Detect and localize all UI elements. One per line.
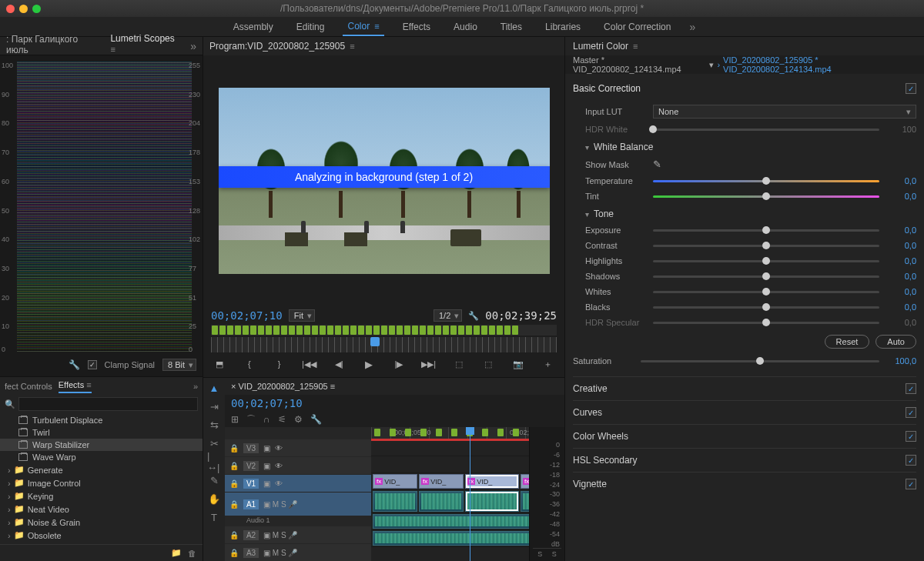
effect-controls-tab[interactable]: fect Controls xyxy=(5,382,52,391)
effect-folder[interactable]: ›📁Neat Video xyxy=(0,503,203,516)
section-enable-checkbox[interactable]: ✓ xyxy=(906,83,916,94)
lock-icon[interactable]: 🔒 xyxy=(229,444,239,452)
resolution-dropdown[interactable]: 1/2 xyxy=(434,309,462,322)
workspace-tab-effects[interactable]: Effects xyxy=(398,18,435,35)
go-to-out-icon[interactable]: ▶▶| xyxy=(420,357,437,371)
track-row-v3[interactable] xyxy=(371,439,529,456)
toggle-track-output-icon[interactable]: ▣ xyxy=(263,462,270,470)
whites-slider[interactable] xyxy=(653,291,879,293)
solo-icon[interactable]: S xyxy=(552,550,557,558)
time-ruler[interactable]: 00;02;05;00 00;02;10;00 xyxy=(371,427,529,439)
color-wheels-section[interactable]: Color Wheels✓ xyxy=(573,424,916,448)
program-ruler[interactable] xyxy=(211,337,557,352)
shadows-value[interactable]: 0,0 xyxy=(886,272,916,281)
minimize-icon[interactable] xyxy=(19,5,28,13)
workspace-tab-libraries[interactable]: Libraries xyxy=(541,18,585,35)
panel-overflow-icon[interactable]: » xyxy=(190,40,196,52)
playhead-thumb[interactable] xyxy=(370,337,380,346)
snap-icon[interactable]: ⊞ xyxy=(231,414,239,425)
linked-selection-icon[interactable]: ⌒ xyxy=(246,413,256,426)
add-marker-icon[interactable]: ⬒ xyxy=(211,357,228,371)
track-header-v1[interactable]: 🔒V1▣👁 xyxy=(225,475,371,492)
video-clip[interactable]: fxVID_ xyxy=(373,474,417,489)
video-clip[interactable]: fx xyxy=(521,474,529,489)
track-select-tool-icon[interactable]: ⇥ xyxy=(207,399,221,413)
temperature-slider[interactable] xyxy=(653,180,879,182)
track-row-a3[interactable] xyxy=(371,530,529,547)
marker-icon[interactable]: ∩ xyxy=(263,414,270,425)
highlights-value[interactable]: 0,0 xyxy=(886,256,916,265)
toggle-track-output-icon[interactable]: ▣ xyxy=(263,479,270,488)
audio-clip[interactable] xyxy=(419,491,464,512)
lift-icon[interactable]: ⬚ xyxy=(450,357,467,371)
sync-lock-icon[interactable]: ⚟ xyxy=(278,414,286,425)
tint-slider[interactable] xyxy=(653,195,879,198)
effect-item[interactable]: Wave Warp xyxy=(0,451,203,463)
track-header-a3[interactable]: 🔒A3▣ M S 🎤 xyxy=(225,544,371,561)
button-editor-icon[interactable]: ＋ xyxy=(540,357,557,371)
contrast-slider[interactable] xyxy=(653,245,879,247)
settings-icon[interactable]: ⚙ xyxy=(294,414,303,425)
track-header-a1[interactable]: 🔒A1▣ M S 🎤 xyxy=(225,493,371,516)
video-clip[interactable]: fxVID_ xyxy=(419,474,464,489)
ripple-edit-tool-icon[interactable]: ⇆ xyxy=(207,418,221,432)
exposure-slider[interactable] xyxy=(653,229,879,232)
markers-strip[interactable] xyxy=(211,325,557,336)
whites-value[interactable]: 0,0 xyxy=(886,287,916,296)
section-enable-checkbox[interactable]: ✓ xyxy=(906,383,916,394)
track-row-v1[interactable]: fxVID_ fxVID_ fxVID_ fx fx xyxy=(371,473,529,490)
effects-search-input[interactable] xyxy=(18,397,198,411)
type-tool-icon[interactable]: T xyxy=(207,510,221,524)
effect-item[interactable]: Turbulent Displace xyxy=(0,414,203,426)
sequence-clip-label[interactable]: VID_20200802_125905 * VID_20200802_12413… xyxy=(723,55,916,74)
tint-value[interactable]: 0,0 xyxy=(886,192,916,201)
eyedropper-icon[interactable]: ✎ xyxy=(653,159,661,170)
new-bin-icon[interactable]: 📁 xyxy=(171,548,182,558)
track-row-a1[interactable] xyxy=(371,490,529,513)
effect-item[interactable]: Twirl xyxy=(0,426,203,439)
audio-clip-selected[interactable] xyxy=(465,491,519,512)
mute-icon[interactable]: ▣ M S 🎤 xyxy=(263,549,297,557)
razor-tool-icon[interactable]: ✂ xyxy=(207,436,221,450)
effect-item-selected[interactable]: Warp Stabilizer xyxy=(0,439,203,451)
go-to-in-icon[interactable]: |◀◀ xyxy=(300,357,317,371)
blacks-value[interactable]: 0,0 xyxy=(886,302,916,312)
section-enable-checkbox[interactable]: ✓ xyxy=(906,431,916,442)
contrast-value[interactable]: 0,0 xyxy=(886,241,916,250)
workspace-tab-color[interactable]: Color ≡ xyxy=(343,18,383,36)
master-clip-label[interactable]: Master * VID_20200802_124134.mp4 xyxy=(573,55,706,74)
video-canvas[interactable]: Analyzing in background (step 1 of 2) xyxy=(203,55,564,306)
effect-folder[interactable]: ›📁Keying xyxy=(0,489,203,503)
lock-icon[interactable]: 🔒 xyxy=(229,549,239,557)
workspace-tab-audio[interactable]: Audio xyxy=(449,18,482,35)
curves-section[interactable]: Curves✓ xyxy=(573,400,916,424)
workspace-tab-assembly[interactable]: Assembly xyxy=(229,18,278,35)
audio-clip[interactable] xyxy=(373,514,529,529)
menu-icon[interactable]: ≡ xyxy=(633,42,638,51)
video-clip-selected[interactable]: fxVID_ xyxy=(465,474,519,489)
effects-tab[interactable]: Effects ≡ xyxy=(59,380,92,393)
saturation-value[interactable]: 100,0 xyxy=(886,356,916,366)
audio-clip[interactable] xyxy=(373,491,417,512)
track-row-v2[interactable] xyxy=(371,456,529,473)
timeline-wrench-icon[interactable]: 🔧 xyxy=(310,414,322,425)
extract-icon[interactable]: ⬚ xyxy=(480,357,497,371)
reset-button[interactable]: Reset xyxy=(825,335,870,349)
mark-in-icon[interactable]: { xyxy=(241,357,258,371)
basic-correction-section[interactable]: Basic Correction ✓ xyxy=(573,78,916,99)
hsl-secondary-section[interactable]: HSL Secondary✓ xyxy=(573,448,916,472)
section-enable-checkbox[interactable]: ✓ xyxy=(906,455,916,466)
bit-depth-dropdown[interactable]: 8 Bit xyxy=(162,359,196,371)
source-tab[interactable]: : Парк Галицкого июль xyxy=(6,34,101,58)
timeline-tracks[interactable]: 00;02;05;00 00;02;10;00 fxVID_ fxVID_ fx… xyxy=(371,427,529,561)
track-row-a2[interactable] xyxy=(371,513,529,530)
highlights-slider[interactable] xyxy=(653,260,879,262)
white-balance-section[interactable]: ▾White Balance xyxy=(585,137,916,155)
track-header-v3[interactable]: 🔒V3▣👁 xyxy=(225,439,371,456)
workspace-tab-titles[interactable]: Titles xyxy=(496,18,527,35)
export-frame-icon[interactable]: 📷 xyxy=(510,357,527,371)
track-header-a2[interactable]: 🔒A2▣ M S 🎤 xyxy=(225,526,371,543)
slip-tool-icon[interactable]: |↔| xyxy=(207,455,221,469)
maximize-icon[interactable] xyxy=(32,5,41,13)
creative-section[interactable]: Creative✓ xyxy=(573,376,916,400)
